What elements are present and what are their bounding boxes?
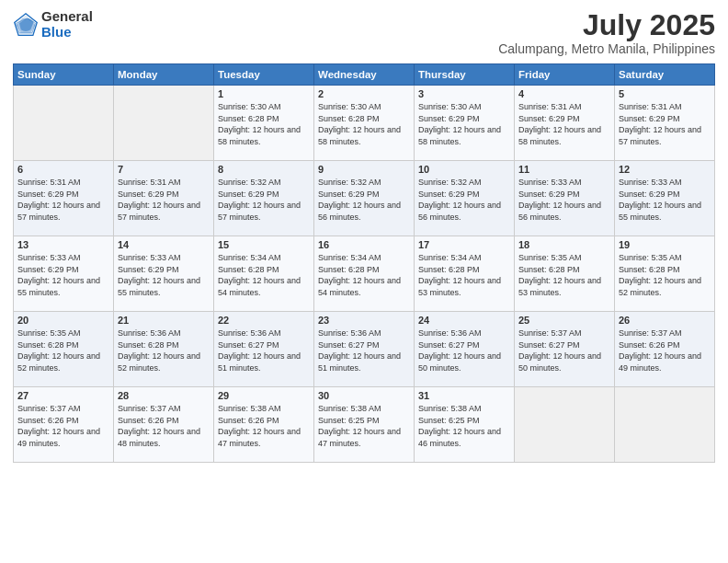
day-detail: Sunrise: 5:37 AMSunset: 6:27 PMDaylight:… bbox=[518, 327, 610, 373]
day-cell: 7Sunrise: 5:31 AMSunset: 6:29 PMDaylight… bbox=[114, 161, 214, 236]
day-detail: Sunrise: 5:32 AMSunset: 6:29 PMDaylight:… bbox=[418, 177, 510, 223]
day-detail: Sunrise: 5:31 AMSunset: 6:29 PMDaylight:… bbox=[118, 177, 210, 223]
day-cell: 15Sunrise: 5:34 AMSunset: 6:28 PMDayligh… bbox=[214, 236, 314, 312]
logo-text: General Blue bbox=[41, 9, 93, 40]
day-number: 15 bbox=[218, 239, 310, 250]
day-detail: Sunrise: 5:33 AMSunset: 6:29 PMDaylight:… bbox=[118, 252, 210, 298]
day-cell: 23Sunrise: 5:36 AMSunset: 6:27 PMDayligh… bbox=[314, 312, 415, 387]
day-cell: 19Sunrise: 5:35 AMSunset: 6:28 PMDayligh… bbox=[615, 236, 715, 312]
day-number: 27 bbox=[17, 390, 109, 401]
day-of-week-thursday: Thursday bbox=[415, 64, 515, 86]
day-number: 30 bbox=[318, 390, 410, 401]
day-detail: Sunrise: 5:36 AMSunset: 6:27 PMDaylight:… bbox=[218, 327, 310, 373]
day-detail: Sunrise: 5:32 AMSunset: 6:29 PMDaylight:… bbox=[218, 177, 310, 223]
day-number: 6 bbox=[17, 164, 109, 175]
day-cell: 3Sunrise: 5:30 AMSunset: 6:29 PMDaylight… bbox=[415, 86, 515, 161]
day-cell bbox=[615, 387, 715, 463]
day-cell: 24Sunrise: 5:36 AMSunset: 6:27 PMDayligh… bbox=[415, 312, 515, 387]
day-cell: 26Sunrise: 5:37 AMSunset: 6:26 PMDayligh… bbox=[615, 312, 715, 387]
day-detail: Sunrise: 5:30 AMSunset: 6:29 PMDaylight:… bbox=[418, 101, 510, 147]
calendar: SundayMondayTuesdayWednesdayThursdayFrid… bbox=[13, 63, 715, 463]
day-detail: Sunrise: 5:30 AMSunset: 6:28 PMDaylight:… bbox=[318, 101, 410, 147]
logo-blue: Blue bbox=[41, 25, 93, 40]
day-number: 20 bbox=[17, 315, 109, 326]
day-cell: 28Sunrise: 5:37 AMSunset: 6:26 PMDayligh… bbox=[114, 387, 214, 463]
day-of-week-monday: Monday bbox=[114, 64, 214, 86]
day-detail: Sunrise: 5:38 AMSunset: 6:26 PMDaylight:… bbox=[218, 403, 310, 449]
day-cell: 21Sunrise: 5:36 AMSunset: 6:28 PMDayligh… bbox=[114, 312, 214, 387]
day-cell bbox=[515, 387, 615, 463]
week-row-2: 6Sunrise: 5:31 AMSunset: 6:29 PMDaylight… bbox=[14, 161, 715, 236]
day-number: 24 bbox=[418, 315, 510, 326]
day-number: 22 bbox=[218, 315, 310, 326]
day-detail: Sunrise: 5:37 AMSunset: 6:26 PMDaylight:… bbox=[619, 327, 711, 373]
day-number: 31 bbox=[418, 390, 510, 401]
day-number: 12 bbox=[619, 164, 711, 175]
day-number: 1 bbox=[218, 88, 310, 99]
day-number: 19 bbox=[619, 239, 711, 250]
week-row-4: 20Sunrise: 5:35 AMSunset: 6:28 PMDayligh… bbox=[14, 312, 715, 387]
day-cell: 8Sunrise: 5:32 AMSunset: 6:29 PMDaylight… bbox=[214, 161, 314, 236]
day-detail: Sunrise: 5:31 AMSunset: 6:29 PMDaylight:… bbox=[619, 101, 711, 147]
calendar-header: SundayMondayTuesdayWednesdayThursdayFrid… bbox=[14, 64, 715, 86]
title-block: July 2025 Calumpang, Metro Manila, Phili… bbox=[498, 9, 715, 56]
day-of-week-sunday: Sunday bbox=[14, 64, 114, 86]
day-number: 5 bbox=[619, 88, 711, 99]
day-cell: 18Sunrise: 5:35 AMSunset: 6:28 PMDayligh… bbox=[515, 236, 615, 312]
header: General Blue July 2025 Calumpang, Metro … bbox=[13, 9, 715, 56]
day-cell: 4Sunrise: 5:31 AMSunset: 6:29 PMDaylight… bbox=[515, 86, 615, 161]
day-number: 28 bbox=[118, 390, 210, 401]
day-detail: Sunrise: 5:34 AMSunset: 6:28 PMDaylight:… bbox=[218, 252, 310, 298]
week-row-1: 1Sunrise: 5:30 AMSunset: 6:28 PMDaylight… bbox=[14, 86, 715, 161]
day-number: 8 bbox=[218, 164, 310, 175]
day-detail: Sunrise: 5:37 AMSunset: 6:26 PMDaylight:… bbox=[118, 403, 210, 449]
day-cell: 13Sunrise: 5:33 AMSunset: 6:29 PMDayligh… bbox=[14, 236, 114, 312]
day-number: 25 bbox=[518, 315, 610, 326]
day-cell: 2Sunrise: 5:30 AMSunset: 6:28 PMDaylight… bbox=[314, 86, 415, 161]
day-cell: 5Sunrise: 5:31 AMSunset: 6:29 PMDaylight… bbox=[615, 86, 715, 161]
day-number: 21 bbox=[118, 315, 210, 326]
day-detail: Sunrise: 5:34 AMSunset: 6:28 PMDaylight:… bbox=[318, 252, 410, 298]
day-detail: Sunrise: 5:34 AMSunset: 6:28 PMDaylight:… bbox=[418, 252, 510, 298]
days-of-week-row: SundayMondayTuesdayWednesdayThursdayFrid… bbox=[14, 64, 715, 86]
day-cell: 25Sunrise: 5:37 AMSunset: 6:27 PMDayligh… bbox=[515, 312, 615, 387]
day-number: 13 bbox=[17, 239, 109, 250]
day-detail: Sunrise: 5:35 AMSunset: 6:28 PMDaylight:… bbox=[619, 252, 711, 298]
week-row-5: 27Sunrise: 5:37 AMSunset: 6:26 PMDayligh… bbox=[14, 387, 715, 463]
day-detail: Sunrise: 5:30 AMSunset: 6:28 PMDaylight:… bbox=[218, 101, 310, 147]
day-cell: 16Sunrise: 5:34 AMSunset: 6:28 PMDayligh… bbox=[314, 236, 415, 312]
day-detail: Sunrise: 5:33 AMSunset: 6:29 PMDaylight:… bbox=[619, 177, 711, 223]
day-number: 17 bbox=[418, 239, 510, 250]
day-number: 10 bbox=[418, 164, 510, 175]
calendar-body: 1Sunrise: 5:30 AMSunset: 6:28 PMDaylight… bbox=[14, 86, 715, 463]
day-cell: 1Sunrise: 5:30 AMSunset: 6:28 PMDaylight… bbox=[214, 86, 314, 161]
month-title: July 2025 bbox=[498, 9, 715, 41]
day-number: 3 bbox=[418, 88, 510, 99]
day-number: 7 bbox=[118, 164, 210, 175]
day-cell: 11Sunrise: 5:33 AMSunset: 6:29 PMDayligh… bbox=[515, 161, 615, 236]
day-cell bbox=[114, 86, 214, 161]
day-detail: Sunrise: 5:33 AMSunset: 6:29 PMDaylight:… bbox=[518, 177, 610, 223]
day-of-week-friday: Friday bbox=[515, 64, 615, 86]
day-cell: 14Sunrise: 5:33 AMSunset: 6:29 PMDayligh… bbox=[114, 236, 214, 312]
day-detail: Sunrise: 5:35 AMSunset: 6:28 PMDaylight:… bbox=[17, 327, 109, 373]
day-detail: Sunrise: 5:31 AMSunset: 6:29 PMDaylight:… bbox=[518, 101, 610, 147]
logo-general: General bbox=[41, 9, 93, 25]
day-number: 11 bbox=[518, 164, 610, 175]
day-detail: Sunrise: 5:32 AMSunset: 6:29 PMDaylight:… bbox=[318, 177, 410, 223]
logo: General Blue bbox=[13, 9, 93, 40]
day-detail: Sunrise: 5:36 AMSunset: 6:27 PMDaylight:… bbox=[318, 327, 410, 373]
day-detail: Sunrise: 5:36 AMSunset: 6:28 PMDaylight:… bbox=[118, 327, 210, 373]
day-number: 16 bbox=[318, 239, 410, 250]
day-cell: 20Sunrise: 5:35 AMSunset: 6:28 PMDayligh… bbox=[14, 312, 114, 387]
day-detail: Sunrise: 5:35 AMSunset: 6:28 PMDaylight:… bbox=[518, 252, 610, 298]
day-cell: 17Sunrise: 5:34 AMSunset: 6:28 PMDayligh… bbox=[415, 236, 515, 312]
day-number: 2 bbox=[318, 88, 410, 99]
day-of-week-wednesday: Wednesday bbox=[314, 64, 415, 86]
day-number: 14 bbox=[118, 239, 210, 250]
day-number: 26 bbox=[619, 315, 711, 326]
logo-icon bbox=[13, 12, 39, 38]
day-cell: 9Sunrise: 5:32 AMSunset: 6:29 PMDaylight… bbox=[314, 161, 415, 236]
day-detail: Sunrise: 5:36 AMSunset: 6:27 PMDaylight:… bbox=[418, 327, 510, 373]
week-row-3: 13Sunrise: 5:33 AMSunset: 6:29 PMDayligh… bbox=[14, 236, 715, 312]
